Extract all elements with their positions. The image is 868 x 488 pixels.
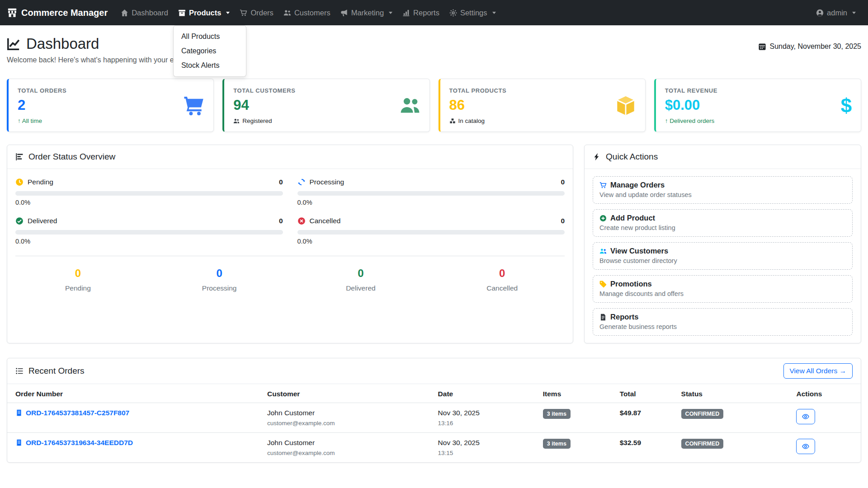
order-time: 13:16 [438,420,527,427]
nav-item-reports[interactable]: Reports [397,5,444,21]
nav-label: Products [189,9,222,17]
quick-action-reports[interactable]: Reports Generate business reports [593,308,853,336]
quick-action-promotions[interactable]: Promotions Manage discounts and offers [593,275,853,303]
pending-progress-bar [15,191,283,196]
bar-chart-icon [402,9,410,17]
stat-footer: ↑ Delivered orders [665,117,717,124]
shop-icon [7,8,17,18]
stat-value: 2 [18,97,66,113]
status-item-cancelled: Cancelled 0 0.0% [297,217,565,245]
check-circle-icon [15,217,24,225]
nav-item-customers[interactable]: Customers [278,5,335,21]
nav-item-dashboard[interactable]: Dashboard [116,5,173,21]
order-date: Nov 30, 2025 [438,439,527,447]
view-order-button[interactable] [796,409,815,424]
col-header-order-number: Order Number [7,384,259,403]
user-menu[interactable]: admin [811,5,861,21]
nav-label: Orders [250,9,273,17]
order-total: $32.59 [612,433,673,463]
eye-icon [802,413,809,420]
view-order-button[interactable] [796,439,815,454]
quick-action-add-product[interactable]: Add Product Create new product listing [593,209,853,237]
card-title: Recent Orders [28,366,85,376]
page-header: Dashboard Welcome back! Here's what's ha… [7,35,861,64]
chevron-down-icon [226,12,230,14]
stat-footer: In catalog [449,117,507,124]
col-header-items: Items [535,384,612,403]
delivered-progress-bar [15,230,283,235]
stat-footer: ↑ All time [18,117,66,124]
current-date: Sunday, November 30, 2025 [758,35,862,51]
nav-item-marketing[interactable]: Marketing [335,5,397,21]
plus-circle-icon [599,215,607,222]
status-item-pending: Pending 0 0.0% [15,178,283,206]
quick-action-manage-orders[interactable]: Manage Orders View and update order stat… [593,176,853,204]
nav-label: Marketing [351,9,384,17]
cancelled-progress-bar [297,230,565,235]
table-row: ORD-1764537319634-34EEDD7D John Customer… [7,433,861,463]
col-header-total: Total [612,384,673,403]
status-badge: CONFIRMED [681,409,724,419]
summary-pending: 0 Pending [7,267,149,292]
brand[interactable]: Commerce Manager [7,8,108,18]
summary-processing: 0 Processing [149,267,290,292]
brand-label: Commerce Manager [21,8,108,18]
cart-icon [184,95,204,116]
stat-card-total-products: TOTAL PRODUCTS 86 In catalog [439,79,646,132]
chevron-down-icon [492,12,496,14]
main-nav: Dashboard Products All Products Categori… [116,0,500,25]
quick-action-view-customers[interactable]: View Customers Browse customer directory [593,242,853,270]
stat-label: TOTAL REVENUE [665,87,717,94]
summary-cancelled: 0 Cancelled [431,267,573,292]
status-summary: 0 Pending 0 Processing 0 Delivered 0 Can… [7,256,573,306]
dropdown-item-all-products[interactable]: All Products [174,29,246,44]
stat-label: TOTAL CUSTOMERS [233,87,295,94]
stat-value: $0.00 [665,97,717,113]
cart-icon [599,182,607,189]
nav-item-settings[interactable]: Settings [444,5,501,21]
people-icon [283,9,291,17]
table-row: ORD-1764537381457-C257F807 John Customer… [7,403,861,433]
order-number-link[interactable]: ORD-1764537381457-C257F807 [15,409,251,417]
stat-card-total-revenue: TOTAL REVENUE $0.00 ↑ Delivered orders $ [654,79,861,132]
list-icon [15,367,24,375]
status-item-processing: Processing 0 0.0% [297,178,565,206]
recent-orders-card: Recent Orders View All Orders → Order Nu… [7,358,861,463]
processing-progress-bar [297,191,565,196]
graph-up-icon [7,37,20,51]
stat-value: 86 [449,97,507,113]
dropdown-item-categories[interactable]: Categories [174,44,246,58]
nav-item-orders[interactable]: Orders [235,5,278,21]
nav-label: Dashboard [132,9,168,17]
quick-actions-card: Quick Actions Manage Orders View and upd… [584,145,861,343]
order-number-link[interactable]: ORD-1764537319634-34EEDD7D [15,439,251,447]
status-badge: CONFIRMED [681,439,724,449]
bar-chart-steps-icon [15,153,24,161]
stat-value: 94 [233,97,295,113]
orders-table: Order Number Customer Date Items Total S… [7,384,861,462]
customer-email: customer@example.com [267,450,422,456]
cart-icon [240,9,247,17]
user-label: admin [827,9,847,17]
col-header-customer: Customer [259,384,430,403]
nav-label: Settings [460,9,487,17]
col-header-status: Status [673,384,788,403]
customer-name: John Customer [267,409,422,417]
clock-icon [15,178,24,186]
dropdown-item-stock-alerts[interactable]: Stock Alerts [174,58,246,73]
order-status-card: Order Status Overview Pending 0 0.0% [7,145,573,343]
arrows-rotate-icon [297,178,306,186]
stats-row: TOTAL ORDERS 2 ↑ All time TOTAL CUSTOMER… [7,79,861,132]
stat-card-total-customers: TOTAL CUSTOMERS 94 Registered [222,79,429,132]
view-all-orders-button[interactable]: View All Orders → [783,363,853,379]
calendar-icon [758,42,766,51]
stat-footer: Registered [233,117,295,124]
order-total: $49.87 [612,403,673,433]
card-title: Quick Actions [606,152,658,162]
status-item-delivered: Delivered 0 0.0% [15,217,283,245]
cube-icon [615,95,636,116]
order-time: 13:15 [438,450,527,456]
receipt-icon [15,409,23,417]
items-badge: 3 items [543,409,571,419]
nav-item-products[interactable]: Products [173,5,235,21]
